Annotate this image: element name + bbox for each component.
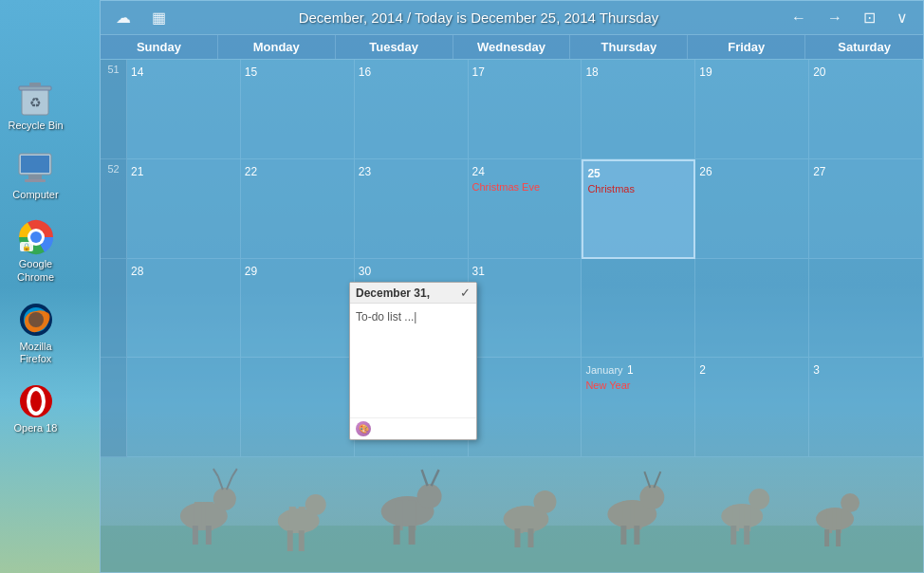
week-num-52: 52 xyxy=(101,159,127,259)
mozilla-firefox-label: Mozilla Firefox xyxy=(4,341,67,365)
cell-26[interactable]: 26 xyxy=(695,159,809,259)
cell-jan-2[interactable]: 2 xyxy=(695,358,809,457)
cell-16[interactable]: 16 xyxy=(355,60,469,159)
cell-jan-empty4[interactable] xyxy=(127,358,241,457)
cell-jan-empty7[interactable] xyxy=(469,358,582,457)
day-friday: Friday xyxy=(688,35,805,59)
popup-note-footer: 🎨 xyxy=(350,417,476,439)
google-chrome-label: Google Chrome xyxy=(4,258,67,283)
christmas-event: Christmas xyxy=(587,183,690,194)
prev-button[interactable]: ← xyxy=(785,8,812,28)
christmas-eve-event: Christmas Eve xyxy=(472,181,578,193)
paint-icon[interactable]: 🎨 xyxy=(356,421,371,436)
day-wednesday: Wednesday xyxy=(453,35,571,59)
cell-17[interactable]: 17 xyxy=(469,60,582,159)
cell-14[interactable]: 14 xyxy=(127,60,241,159)
popup-check-icon[interactable]: ✓ xyxy=(460,286,471,300)
cell-jan-empty1[interactable] xyxy=(582,259,695,359)
grid-button[interactable]: ▦ xyxy=(146,7,172,28)
cell-25-today[interactable]: 25 Christmas xyxy=(582,159,695,259)
january-label: January xyxy=(585,364,622,376)
opera-svg xyxy=(18,383,54,419)
svg-point-61 xyxy=(30,231,42,243)
calendar-widget: ☁ ▦ December, 2014 / Today is December 2… xyxy=(100,0,924,573)
cell-18[interactable]: 18 xyxy=(582,60,695,159)
cell-jan-empty2[interactable] xyxy=(695,259,809,359)
cell-29[interactable]: 29 xyxy=(241,259,355,359)
calendar-days-header: Sunday Monday Tuesday Wednesday Thursday… xyxy=(101,35,923,60)
mozilla-firefox-icon[interactable]: Mozilla Firefox xyxy=(0,297,71,369)
cell-27[interactable]: 27 xyxy=(809,159,923,259)
popup-note-body[interactable]: To-do list ...| xyxy=(350,304,476,417)
svg-rect-52 xyxy=(19,86,51,90)
cell-19[interactable]: 19 xyxy=(695,60,809,159)
day-tuesday: Tuesday xyxy=(336,35,453,59)
svg-rect-57 xyxy=(28,175,42,179)
day-sunday: Sunday xyxy=(101,35,218,59)
cell-22[interactable]: 22 xyxy=(241,159,355,259)
computer-label: Computer xyxy=(12,189,58,201)
popup-note-text: To-do list ...| xyxy=(356,310,416,323)
cell-jan-empty3[interactable] xyxy=(809,259,923,359)
cloud-button[interactable]: ☁ xyxy=(110,7,137,28)
day-saturday: Saturday xyxy=(805,35,923,59)
cell-28[interactable]: 28 xyxy=(127,259,241,359)
chrome-svg: 🔒 xyxy=(18,219,54,255)
computer-svg xyxy=(17,150,53,186)
calendar-title: December, 2014 / Today is December 25, 2… xyxy=(181,9,776,26)
cell-31[interactable]: 31 xyxy=(469,259,582,359)
opera-icon[interactable]: Opera 18 xyxy=(10,379,62,438)
cell-24[interactable]: 24 Christmas Eve xyxy=(469,159,582,259)
cell-jan-1[interactable]: January 1 New Year xyxy=(582,358,695,457)
window-button[interactable]: ⊡ xyxy=(858,7,881,28)
recycle-bin-svg: ♻ xyxy=(18,81,52,117)
cell-20[interactable]: 20 xyxy=(809,60,923,159)
svg-text:♻: ♻ xyxy=(29,95,42,110)
week-num-row4 xyxy=(101,358,127,457)
cell-15[interactable]: 15 xyxy=(241,60,355,159)
calendar-grid: 51 14 15 16 17 18 19 20 52 21 22 23 24 C… xyxy=(101,60,923,557)
cell-jan-3[interactable]: 3 xyxy=(809,358,923,457)
cell-jan-empty5[interactable] xyxy=(241,358,355,457)
svg-rect-56 xyxy=(21,156,49,173)
google-chrome-icon[interactable]: 🔒 Google Chrome xyxy=(0,214,71,286)
popup-note-title: December 31, xyxy=(356,286,430,300)
svg-rect-53 xyxy=(29,83,41,86)
calendar-header: ☁ ▦ December, 2014 / Today is December 2… xyxy=(101,1,923,35)
popup-note: December 31, ✓ To-do list ...| 🎨 xyxy=(349,282,477,440)
day-monday: Monday xyxy=(218,35,336,59)
firefox-svg xyxy=(18,302,54,338)
next-button[interactable]: → xyxy=(822,8,848,28)
svg-rect-58 xyxy=(25,179,46,182)
expand-button[interactable]: ∨ xyxy=(891,7,914,28)
recycle-bin-label: Recycle Bin xyxy=(8,120,63,132)
desktop-icons: ♻ Recycle Bin Computer xyxy=(0,76,71,438)
opera-label: Opera 18 xyxy=(14,422,58,434)
svg-point-66 xyxy=(28,312,44,327)
week-num-51: 51 xyxy=(101,60,127,159)
cell-21[interactable]: 21 xyxy=(127,159,241,259)
day-thursday: Thursday xyxy=(570,35,688,59)
week-num-row3 xyxy=(101,259,127,359)
popup-note-header: December 31, ✓ xyxy=(350,283,476,304)
svg-text:🔒: 🔒 xyxy=(22,242,31,251)
new-year-event: New Year xyxy=(585,379,691,391)
recycle-bin-icon[interactable]: ♻ Recycle Bin xyxy=(4,76,66,136)
cell-23[interactable]: 23 xyxy=(355,159,469,259)
computer-icon[interactable]: Computer xyxy=(9,145,62,205)
